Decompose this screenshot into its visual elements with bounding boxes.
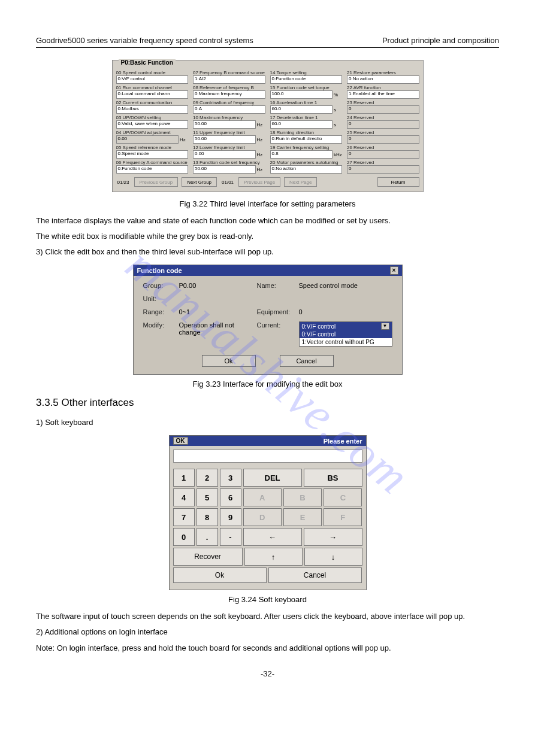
param-cell: 13 Function code set frequency50.00Hz: [193, 160, 265, 174]
keyboard-ok-chip[interactable]: OK: [173, 437, 188, 445]
param-value[interactable]: 0:Valid, save when powe: [116, 120, 189, 129]
key-9[interactable]: 9: [220, 508, 241, 526]
key-6[interactable]: 6: [220, 488, 241, 506]
ok-button[interactable]: Ok: [202, 355, 256, 367]
param-cell: 03 UP/DOWN setting0:Valid, save when pow…: [116, 115, 189, 129]
key-right[interactable]: →: [304, 528, 362, 546]
param-value[interactable]: 1:AI2: [193, 75, 265, 84]
key-del[interactable]: DEL: [243, 469, 302, 487]
function-code-dialog: Function code × Group: P0.00 Name: Speed…: [133, 265, 403, 375]
param-value[interactable]: 50.00: [193, 135, 256, 144]
key-7[interactable]: 7: [173, 508, 195, 526]
panel-legend: P0:Basic Function: [119, 59, 176, 66]
param-value[interactable]: 0:Modbus: [116, 105, 189, 114]
param-label: 01 Run command channel: [116, 85, 189, 90]
key-dot[interactable]: .: [197, 528, 218, 546]
key-8[interactable]: 8: [197, 508, 218, 526]
param-cell: 06 Frequency A command source0:Function …: [116, 160, 189, 174]
current-label: Current:: [257, 321, 299, 329]
param-cell: 25 Reserved0: [347, 130, 419, 144]
param-value[interactable]: 60.0: [270, 120, 333, 129]
key-4[interactable]: 4: [173, 488, 195, 506]
cancel-button[interactable]: Cancel: [280, 355, 334, 367]
param-cell: 18 Running direction0:Run in default dir…: [270, 130, 343, 144]
param-value: 0.00: [116, 135, 179, 144]
param-unit: Hz: [257, 152, 265, 157]
key-d[interactable]: D: [243, 508, 282, 526]
key-minus[interactable]: -: [220, 528, 241, 546]
param-cell: 27 Reserved0: [347, 160, 419, 174]
param-value[interactable]: 1:Enabled all the time: [347, 90, 419, 99]
range-value: 0~1: [179, 308, 257, 315]
key-3[interactable]: 3: [220, 469, 241, 487]
param-label: 09 Combination of frequency: [193, 100, 265, 105]
dropdown-option[interactable]: 1:Vector control without PG: [300, 338, 392, 346]
param-value: 0: [347, 105, 419, 114]
param-value[interactable]: 0:Run in default directio: [270, 135, 343, 144]
key-c[interactable]: C: [324, 488, 362, 506]
current-dropdown[interactable]: 0:V/F control ▼ 0:V/F control 1:Vector c…: [299, 321, 392, 347]
param-value[interactable]: 0:No action: [270, 165, 343, 174]
key-a[interactable]: A: [243, 488, 282, 506]
param-value[interactable]: 0:Maximum frequency: [193, 90, 265, 99]
param-label: 06 Frequency A command source: [116, 160, 189, 165]
section-heading: 3.3.5 Other interfaces: [36, 397, 499, 409]
key-2[interactable]: 2: [197, 469, 218, 487]
close-icon[interactable]: ×: [390, 266, 398, 275]
key-up[interactable]: ↑: [244, 548, 303, 566]
param-value[interactable]: 100.0: [270, 90, 333, 99]
param-cell: 01 Run command channel0:Local command ch…: [116, 85, 189, 99]
key-recover[interactable]: Recover: [173, 548, 243, 566]
header-left: Goodrive5000 series variable frequency s…: [36, 36, 253, 45]
key-cancel[interactable]: Cancel: [268, 567, 362, 583]
param-cell: 17 Deceleration time 160.0s: [270, 115, 343, 129]
param-value[interactable]: 50.00: [193, 165, 256, 174]
dropdown-option[interactable]: 0:V/F control: [300, 330, 392, 338]
param-value[interactable]: 50.00: [193, 120, 256, 129]
param-cell: 02 Current communication0:Modbus: [116, 100, 189, 114]
param-value[interactable]: 0:A: [193, 105, 265, 114]
next-page-button[interactable]: Next Page: [284, 177, 317, 187]
dialog-titlebar: Function code ×: [134, 265, 402, 276]
next-group-button[interactable]: Next Group: [182, 177, 217, 187]
param-label: 05 Speed reference mode: [116, 145, 189, 150]
key-0[interactable]: 0: [173, 528, 195, 546]
dialog-title: Function code: [137, 267, 182, 274]
prev-group-button[interactable]: Previous Group: [134, 177, 179, 187]
param-unit: kHz: [334, 152, 342, 157]
param-value[interactable]: 0:V/F control: [116, 75, 189, 84]
key-e[interactable]: E: [283, 508, 322, 526]
param-value[interactable]: 0.00: [193, 150, 256, 159]
param-cell: 15 Function code set torque100.0%: [270, 85, 343, 99]
panel-nav: 01/23 Previous Group Next Group 01/01 Pr…: [116, 177, 419, 187]
param-unit: Hz: [257, 137, 265, 142]
name-label: Name:: [257, 282, 299, 289]
param-label: 00 Speed control mode: [116, 70, 189, 75]
key-5[interactable]: 5: [197, 488, 218, 506]
param-value[interactable]: 0:Function code: [270, 75, 343, 84]
equipment-value: 0: [299, 308, 392, 315]
key-bs[interactable]: BS: [304, 469, 362, 487]
key-down[interactable]: ↓: [304, 548, 362, 566]
key-left[interactable]: ←: [243, 528, 302, 546]
chevron-down-icon[interactable]: ▼: [381, 323, 389, 330]
param-value[interactable]: 0.8: [270, 150, 333, 159]
return-button[interactable]: Return: [377, 177, 419, 187]
param-value[interactable]: 60.0: [270, 105, 333, 114]
key-ok[interactable]: Ok: [173, 567, 267, 583]
param-value: 0: [347, 165, 419, 174]
prev-page-button[interactable]: Previous Page: [238, 177, 280, 187]
group-label: Group:: [143, 282, 179, 289]
key-f[interactable]: F: [324, 508, 362, 526]
param-cell: 00 Speed control mode0:V/F control: [116, 70, 189, 84]
param-value[interactable]: 0:Speed mode: [116, 150, 189, 159]
param-label: 17 Deceleration time 1: [270, 115, 343, 120]
equipment-label: Equipment:: [257, 308, 299, 315]
param-value[interactable]: 0:No action: [347, 75, 419, 84]
keyboard-input[interactable]: [173, 450, 362, 463]
key-1[interactable]: 1: [173, 469, 195, 487]
param-value[interactable]: 0:Local command chann: [116, 90, 189, 99]
key-b[interactable]: B: [283, 488, 322, 506]
param-label: 11 Upper frequency limit: [193, 130, 265, 135]
param-value[interactable]: 0:Function code: [116, 165, 189, 174]
